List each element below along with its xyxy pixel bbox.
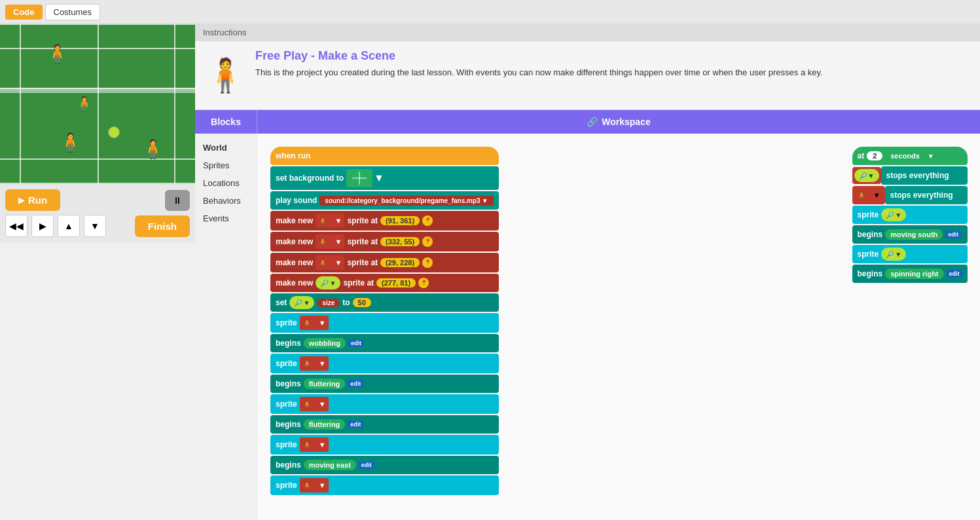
instructions-avatar: 🧍 [206,49,245,102]
seconds-dropdown[interactable]: seconds [885,151,925,160]
sprite-dd-3[interactable]: 🧍▼ [316,255,344,270]
sprite-dd-5[interactable]: 🧍▼ [300,356,329,371]
edit-spinning-right[interactable]: edit [947,270,962,278]
timer-value[interactable]: 2 [867,151,882,160]
when-run-label: when run [276,151,310,160]
edit-fluttering-1[interactable]: edit [348,380,363,388]
sprite-container-right-1[interactable]: 🧍▼ [852,186,885,204]
main-layout: 🧍 🧍 🧍 🧍 Run ◀◀ ▶ ▲ ▼ Finish [0,24,980,520]
begins-fluttering-block-2[interactable]: begins fluttering edit [270,415,499,434]
at-seconds-block[interactable]: at 2 seconds ▼ [852,147,968,165]
begins-moving-east-block[interactable]: begins moving east edit [270,456,499,474]
set-size-block[interactable]: set 🎾▼ size to 50 [270,293,499,312]
sidebar-item-locations[interactable]: Locations [200,177,252,189]
size-val[interactable]: 50 [353,298,371,307]
left-panel: 🧍 🧍 🧍 🧍 Run ◀◀ ▶ ▲ ▼ Finish [0,24,195,520]
edit-moving-south[interactable]: edit [945,231,961,238]
pause-button[interactable] [165,190,190,211]
bg-chevron[interactable]: ▼ [374,172,384,184]
size-dropdown[interactable]: size [317,299,340,307]
stops-everything-row-2: 🧍▼ stops everything [852,186,968,204]
sprite-dd-1[interactable]: 🧍▼ [316,214,344,228]
instructions-panel: Instructions 🧍 Free Play - Make a Scene … [195,24,980,110]
instructions-header: Instructions [195,24,980,41]
sprite-block-right-1[interactable]: sprite 🎾▼ [852,206,968,224]
coords-1[interactable]: (91, 361) [380,216,420,225]
bg-dropdown[interactable] [346,169,372,187]
sprite-block-1[interactable]: sprite 🧍▼ [270,313,499,333]
up-button[interactable]: ▲ [58,215,80,237]
stops-everything-block-2[interactable]: stops everything [885,186,968,204]
sprite-dd-4[interactable]: 🧍▼ [300,316,329,330]
spinning-right-badge[interactable]: spinning right [885,269,943,279]
when-run-block[interactable]: when run [270,147,499,165]
sidebar-item-behaviors[interactable]: Behaviors [200,195,252,207]
sidebar-item-world[interactable]: World [200,141,252,154]
blocks-header-label: Blocks [211,117,241,127]
ball-dd-1[interactable]: 🎾▼ [316,276,340,289]
link-icon: 🔗 [587,117,598,127]
sprite-block-3[interactable]: sprite 🧍▼ [270,394,499,414]
make-new-block-2[interactable]: make new 🧍▼ sprite at (332, 55) 📍 [270,232,499,251]
instructions-desc: This is the project you created during t… [255,67,970,79]
tab-costumes[interactable]: Costumes [45,4,101,20]
ball-dd-right-2[interactable]: 🎾▼ [881,208,906,221]
sprite-block-4[interactable]: sprite 🧍▼ [270,435,499,455]
make-new-block-1[interactable]: make new 🧍▼ sprite at (91, 361) 📍 [270,211,499,231]
sprite-dd-right-1[interactable]: 🧍▼ [854,188,883,202]
coords-4[interactable]: (277, 81) [376,278,416,288]
bg-dropdown-container[interactable]: ▼ [346,169,384,187]
edit-moving-east[interactable]: edit [359,461,374,469]
make-new-block-4[interactable]: make new 🎾▼ sprite at (277, 81) 📍 [270,274,499,292]
sprite-block-right-2[interactable]: sprite 🎾▼ [852,245,968,263]
edit-fluttering-2[interactable]: edit [348,420,363,428]
moving-south-badge[interactable]: moving south [885,229,943,240]
sprite-dd-2[interactable]: 🧍▼ [316,234,344,249]
begins-spinning-right-block[interactable]: begins spinning right edit [852,265,968,283]
wobbling-badge[interactable]: wobbling [304,338,346,348]
coords-3[interactable]: (29, 228) [380,258,420,267]
edit-wobbling[interactable]: edit [348,339,364,347]
sound-chevron[interactable]: ▼ [482,197,488,204]
sprite-dd-6[interactable]: 🧍▼ [300,397,329,411]
play-sound-label: play sound [276,196,317,205]
begins-fluttering-block-1[interactable]: begins fluttering edit [270,375,499,393]
down-button[interactable]: ▼ [84,215,106,237]
run-button[interactable]: Run [5,189,60,211]
left-block-stack: when run set background to ▼ [270,147,499,496]
play-sound-block[interactable]: play sound sound://category_background/p… [270,191,499,210]
moving-east-badge[interactable]: moving east [304,460,356,470]
sprite-dd-7[interactable]: 🧍▼ [300,437,329,452]
begins-wobbling-block[interactable]: begins wobbling edit [270,334,499,352]
sprite-dd-8[interactable]: 🧍▼ [300,478,329,492]
pin-icon-2: 📍 [422,236,433,247]
header-blocks-section: Blocks [195,110,257,134]
set-background-label: set background to [276,174,344,183]
fluttering-badge-1[interactable]: fluttering [304,379,346,389]
finish-button[interactable]: Finish [135,215,190,237]
make-new-block-3[interactable]: make new 🧍▼ sprite at (29, 228) 📍 [270,253,499,272]
stops-everything-block-1[interactable]: stops everything [881,166,968,185]
stops-everything-row-1: 🎾▼ stops everything [852,166,968,185]
prev-button[interactable]: ▶ [31,215,54,237]
tab-code[interactable]: Code [5,5,43,20]
set-background-block[interactable]: set background to ▼ [270,166,499,190]
coords-2[interactable]: (332, 55) [380,237,420,246]
sidebar-item-events[interactable]: Events [200,212,252,225]
sprite-block-2[interactable]: sprite 🧍▼ [270,354,499,373]
ball-dd-size[interactable]: 🎾▼ [289,296,314,309]
header-workspace-section: 🔗 Workspace [257,110,980,134]
sound-dropdown[interactable]: sound://category_background/pregame_fans… [319,196,493,206]
sprite-block-5[interactable]: sprite 🧍▼ [270,475,499,495]
fluttering-badge-2[interactable]: fluttering [304,419,346,430]
header-bar: Blocks 🔗 Workspace [195,110,980,134]
ball-dd-right-1[interactable]: 🎾▼ [854,169,879,182]
right-block-stack: at 2 seconds ▼ 🎾▼ [852,147,968,496]
blocks-canvas-container: World Sprites Locations Behaviors Events… [195,134,980,520]
prev-prev-button[interactable]: ◀◀ [5,215,27,237]
sidebar-item-sprites[interactable]: Sprites [200,159,252,172]
ball-dd-right-3[interactable]: 🎾▼ [881,248,906,261]
begins-moving-south-block[interactable]: begins moving south edit [852,225,968,244]
ball-sprite-container-1[interactable]: 🎾▼ [852,167,881,184]
pin-icon-1: 📍 [422,215,433,226]
